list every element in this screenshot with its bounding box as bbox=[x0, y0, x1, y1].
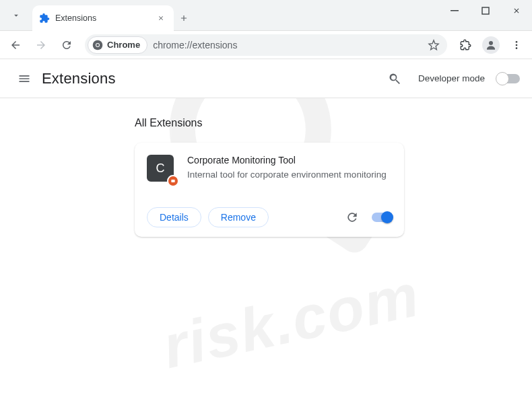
page-title: Extensions bbox=[42, 70, 116, 87]
chrome-logo-icon bbox=[92, 40, 103, 50]
more-vert-icon bbox=[511, 40, 522, 50]
new-tab-button[interactable] bbox=[174, 5, 194, 30]
section-title: All Extensions bbox=[135, 117, 532, 129]
remove-button[interactable]: Remove bbox=[208, 207, 269, 227]
svg-point-8 bbox=[516, 47, 518, 49]
close-icon bbox=[512, 7, 521, 15]
close-window-button[interactable] bbox=[501, 0, 532, 22]
puzzle-icon bbox=[39, 13, 50, 24]
svg-rect-9 bbox=[171, 180, 174, 182]
extension-error-badge bbox=[167, 175, 179, 187]
chevron-down-icon bbox=[11, 11, 21, 20]
omnibox-url: chrome://extensions bbox=[153, 40, 420, 50]
svg-rect-1 bbox=[482, 7, 489, 14]
titlebar: Extensions bbox=[0, 0, 532, 31]
reload-icon bbox=[345, 211, 359, 224]
omnibox[interactable]: Chrome chrome://extensions bbox=[85, 34, 447, 56]
extension-icon-wrap: C bbox=[147, 155, 175, 183]
svg-rect-0 bbox=[451, 10, 459, 11]
close-tab-button[interactable] bbox=[155, 12, 167, 24]
page: Extensions Developer mode All Extensions… bbox=[0, 59, 532, 237]
extension-card: C Corporate Monitoring Tool Internal too… bbox=[135, 143, 404, 237]
chrome-chip[interactable]: Chrome bbox=[88, 36, 147, 54]
minimize-icon bbox=[451, 7, 459, 15]
extension-reload-button[interactable] bbox=[343, 209, 361, 226]
developer-mode-toggle[interactable] bbox=[497, 74, 520, 83]
avatar-icon bbox=[482, 36, 500, 54]
extension-name: Corporate Monitoring Tool bbox=[187, 155, 392, 165]
toolbar: Chrome chrome://extensions bbox=[0, 31, 532, 59]
hamburger-icon bbox=[18, 72, 31, 85]
minimize-button[interactable] bbox=[439, 0, 470, 22]
svg-point-5 bbox=[489, 41, 493, 45]
close-icon bbox=[158, 15, 164, 22]
back-button[interactable] bbox=[4, 34, 27, 57]
arrow-right-icon bbox=[35, 39, 47, 51]
svg-point-4 bbox=[96, 44, 99, 46]
reload-icon bbox=[61, 39, 73, 51]
star-icon bbox=[428, 39, 440, 51]
watermark-text: risk.com bbox=[157, 260, 426, 382]
developer-mode-label: Developer mode bbox=[418, 73, 485, 83]
tab-search-button[interactable] bbox=[0, 0, 32, 30]
details-button[interactable]: Details bbox=[147, 207, 201, 227]
plus-icon bbox=[179, 13, 189, 23]
profile-button[interactable] bbox=[479, 34, 502, 57]
bookmark-button[interactable] bbox=[426, 37, 442, 53]
maximize-icon bbox=[481, 7, 490, 15]
search-button[interactable] bbox=[383, 67, 406, 90]
chrome-chip-label: Chrome bbox=[107, 40, 140, 50]
svg-point-6 bbox=[516, 41, 518, 43]
extensions-button[interactable] bbox=[454, 34, 477, 57]
content: All Extensions C Corporate Monitoring To… bbox=[0, 98, 532, 237]
puzzle-outline-icon bbox=[459, 39, 471, 51]
search-icon bbox=[388, 72, 401, 85]
extension-enable-toggle[interactable] bbox=[372, 213, 392, 222]
arrow-left-icon bbox=[9, 39, 22, 51]
active-tab[interactable]: Extensions bbox=[32, 5, 174, 31]
tab-title: Extensions bbox=[55, 13, 149, 23]
warning-icon bbox=[170, 178, 176, 184]
page-header: Extensions Developer mode bbox=[0, 59, 532, 98]
window-controls bbox=[439, 0, 532, 30]
extension-description: Internal tool for corporate environment … bbox=[187, 168, 392, 182]
svg-point-7 bbox=[516, 44, 518, 46]
hamburger-button[interactable] bbox=[12, 67, 36, 91]
menu-button[interactable] bbox=[505, 34, 528, 57]
forward-button[interactable] bbox=[30, 34, 53, 57]
maximize-button[interactable] bbox=[470, 0, 501, 22]
reload-button[interactable] bbox=[55, 34, 78, 57]
